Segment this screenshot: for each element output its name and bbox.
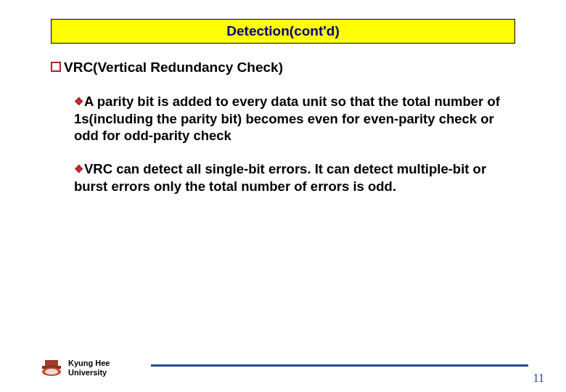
footer-divider [151, 364, 528, 367]
bullet-text: VRC can detect all single-bit errors. It… [74, 161, 486, 194]
diamond-bullet-icon: ❖ [74, 94, 83, 108]
svg-rect-0 [45, 360, 58, 366]
svg-point-3 [45, 369, 58, 375]
square-bullet-icon [51, 62, 61, 72]
university-line1: Kyung Hee [68, 359, 110, 368]
bullet-item: ❖VRC can detect all single-bit errors. I… [74, 160, 515, 195]
heading-block: VRC(Vertical Redundancy Check) ❖A parity… [51, 60, 515, 195]
university-name: Kyung Hee University [68, 359, 110, 377]
footer: Kyung Hee University [41, 359, 534, 377]
university-logo-icon [41, 359, 62, 377]
bullet-item: ❖A parity bit is added to every data uni… [74, 93, 515, 144]
university-line2: University [68, 368, 110, 377]
content-area: VRC(Vertical Redundancy Check) ❖A parity… [51, 60, 515, 213]
bullet-text-block: ❖VRC can detect all single-bit errors. I… [74, 160, 515, 195]
heading-line: VRC(Vertical Redundancy Check) [51, 60, 515, 75]
heading-text: VRC(Vertical Redundancy Check) [64, 60, 283, 75]
diamond-bullet-icon: ❖ [74, 162, 83, 176]
page-number: 11 [533, 372, 544, 385]
slide-title: Detection(cont'd) [226, 23, 339, 39]
bullet-text: A parity bit is added to every data unit… [74, 94, 500, 143]
bullet-text-block: ❖A parity bit is added to every data uni… [74, 93, 515, 144]
slide-title-bar: Detection(cont'd) [51, 19, 515, 44]
footer-row: Kyung Hee University [41, 359, 534, 377]
